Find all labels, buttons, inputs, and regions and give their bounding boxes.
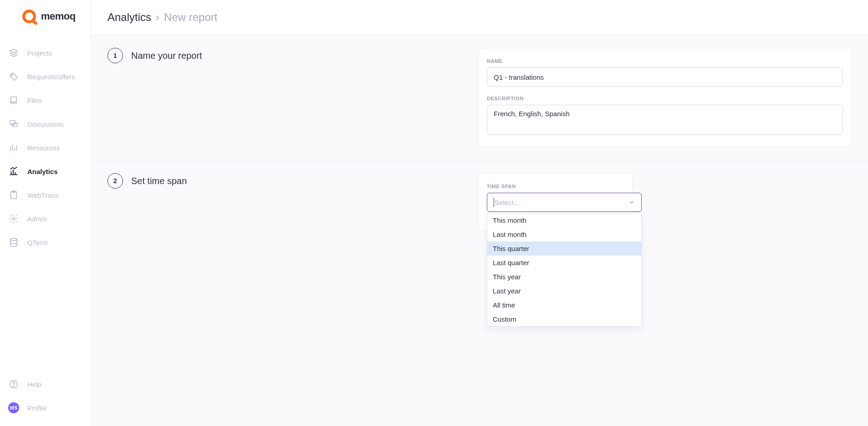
sidebar-item-admin[interactable]: Admin [0,207,91,231]
svg-point-11 [13,386,14,386]
folders-icon [8,95,19,106]
sidebar-item-files[interactable]: Files [0,88,91,112]
gear-icon [8,213,19,224]
timespan-option[interactable]: This month [487,213,641,227]
timespan-option[interactable]: Last year [487,284,641,298]
step-title: Set time span [131,176,187,186]
report-name-input[interactable] [487,67,843,87]
svg-rect-3 [11,97,17,102]
timespan-option[interactable]: Last month [487,227,641,241]
sidebar-item-analytics[interactable]: Analytics [0,159,91,183]
sidebar-item-label: Requests/offers [27,73,75,81]
svg-point-9 [10,238,17,241]
sidebar-item-label: WebTrans [27,191,58,199]
stack-icon [8,47,19,58]
content-area: 1 Name your report NAME DESCRIPTION [91,35,868,426]
primary-nav: Projects Requests/offers Files [0,33,91,372]
text-cursor [494,198,494,207]
svg-point-8 [12,217,15,220]
timespan-placeholder: Select... [495,199,519,206]
svg-point-2 [11,74,13,76]
clipboard-icon [8,190,19,200]
timespan-dropdown: This monthLast monthThis quarterLast qua… [487,213,642,327]
chat-icon [8,118,19,129]
timespan-select[interactable]: Select... [487,193,642,212]
timespan-option[interactable]: Custom [487,312,641,326]
sidebar-item-label: Admin [27,215,47,223]
bars-icon [8,142,19,153]
sidebar-item-label: QTerm [27,239,48,246]
breadcrumb-current: New report [164,11,217,24]
step-number: 2 [107,173,123,189]
panel-name-report: NAME DESCRIPTION [478,48,852,147]
chart-icon [8,166,19,177]
sidebar-item-label: Help [27,380,41,388]
sidebar-item-help[interactable]: Help [0,372,91,396]
db-icon [8,237,19,248]
sidebar-item-label: Profile [27,404,47,412]
brand-name: memoq [41,10,76,22]
chevron-down-icon [628,199,635,205]
timespan-option[interactable]: This quarter [487,241,641,256]
step-title: Name your report [131,51,202,61]
sidebar-item-requests[interactable]: Requests/offers [0,65,91,88]
brand-logo[interactable]: memoq [0,0,91,33]
svg-point-1 [25,12,33,21]
timespan-option[interactable]: All time [487,298,641,312]
brand-icon [21,8,37,25]
sidebar-item-discussions[interactable]: Discussions [0,112,91,136]
sidebar-item-label: Projects [27,49,52,57]
sidebar-item-resources[interactable]: Resources [0,136,91,159]
description-label: DESCRIPTION [487,96,843,101]
timespan-option[interactable]: Last quarter [487,256,641,270]
breadcrumb-root[interactable]: Analytics [107,11,151,24]
sidebar-item-projects[interactable]: Projects [0,41,91,65]
footer-nav: Help MS Profile [0,372,91,426]
sidebar-item-webtrans[interactable]: WebTrans [0,183,91,207]
section-time-span: 2 Set time span TIME SPAN Select... [91,160,868,243]
tag-icon [8,71,19,82]
sidebar-item-label: Files [27,97,42,104]
timespan-label: TIME SPAN [487,184,624,189]
breadcrumb-separator: › [156,11,159,24]
section-name-report: 1 Name your report NAME DESCRIPTION [91,35,868,160]
timespan-option[interactable]: This year [487,270,641,284]
main: Analytics › New report 1 Name your repor… [91,0,868,426]
sidebar-item-qterm[interactable]: QTerm [0,231,91,254]
sidebar-item-label: Discussions [27,120,64,128]
panel-time-span: TIME SPAN Select... This monthLast mont [478,173,633,231]
report-description-input[interactable] [487,105,843,135]
breadcrumb: Analytics › New report [91,0,868,35]
sidebar: memoq Projects Requests/offers [0,0,91,426]
sidebar-item-label: Analytics [27,168,58,175]
avatar: MS [8,402,19,413]
sidebar-item-label: Resources [27,144,60,152]
step-number: 1 [107,48,123,63]
sidebar-item-profile[interactable]: MS Profile [0,396,91,420]
name-label: NAME [487,58,843,64]
help-icon [8,379,19,390]
